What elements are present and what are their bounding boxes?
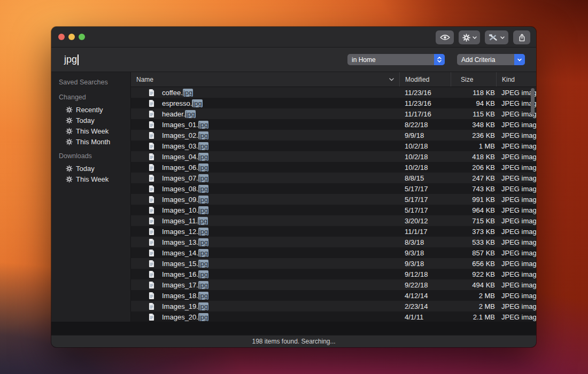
search-query-text: jpg	[64, 54, 77, 65]
smart-folder-gear-icon	[66, 138, 73, 145]
search-match-highlight: jpg	[198, 174, 208, 182]
file-size: 118 KB	[451, 89, 496, 97]
file-name: Images_04.jpg	[162, 153, 399, 161]
file-modified-date: 3/20/12	[399, 217, 451, 225]
table-row[interactable]: Images_14.jpg 9/3/18 857 KB JPEG image	[131, 247, 536, 258]
table-row[interactable]: Images_02.jpg 9/9/18 236 KB JPEG image	[131, 130, 536, 141]
table-row[interactable]: espresso.jpg 11/23/16 94 KB JPEG image	[131, 98, 536, 108]
file-size: 373 KB	[451, 228, 496, 236]
sidebar-item-label: This Month	[76, 138, 110, 146]
table-row[interactable]: Images_12.jpg 11/1/17 373 KB JPEG image	[131, 226, 536, 237]
smart-folder-gear-icon	[66, 165, 73, 172]
table-row[interactable]: Images_08.jpg 5/17/17 743 KB JPEG image	[131, 183, 536, 194]
table-row[interactable]: Images_04.jpg 10/2/18 418 KB JPEG image	[131, 151, 536, 162]
jpeg-file-icon	[131, 260, 162, 267]
zoom-button[interactable]	[79, 34, 85, 40]
sidebar-item[interactable]: Recently	[51, 104, 130, 115]
file-kind: JPEG image	[496, 174, 536, 182]
file-kind: JPEG image	[496, 142, 536, 150]
file-modified-date: 9/9/18	[399, 131, 451, 139]
search-match-highlight: jpg	[198, 228, 208, 236]
search-match-highlight: jpg	[192, 99, 202, 107]
file-modified-date: 11/17/16	[399, 110, 451, 118]
file-list: Name Modified Size Kind coff	[131, 72, 536, 322]
table-row[interactable]: Images_01.jpg 8/22/18 348 KB JPEG image	[131, 119, 536, 130]
search-match-highlight: jpg	[198, 131, 208, 139]
file-kind: JPEG image	[496, 196, 536, 204]
table-row[interactable]: Images_10.jpg 5/17/17 964 KB JPEG image	[131, 205, 536, 215]
file-name: Images_07.jpg	[162, 174, 399, 182]
table-row[interactable]: Images_03.jpg 10/2/18 1 MB JPEG image	[131, 141, 536, 151]
table-row[interactable]: Images_06.jpg 10/2/18 206 KB JPEG image	[131, 162, 536, 173]
file-name: Images_16.jpg	[162, 270, 399, 278]
share-button[interactable]	[513, 30, 530, 44]
file-kind: JPEG image	[496, 99, 536, 107]
column-header-modified[interactable]: Modified	[399, 72, 451, 87]
quick-look-button[interactable]	[436, 30, 454, 44]
search-match-highlight: jpg	[198, 260, 208, 268]
jpeg-file-icon	[131, 89, 162, 96]
file-size: 206 KB	[451, 163, 496, 172]
add-criteria-popup[interactable]: Add Criteria	[457, 54, 525, 65]
search-match-highlight: jpg	[198, 206, 208, 214]
file-kind: JPEG image	[496, 313, 536, 321]
minimize-button[interactable]	[68, 34, 75, 40]
file-size: 2 MB	[451, 302, 496, 310]
finder-search-window: jpg in Home Add Criteria Saved Searches …	[51, 27, 536, 347]
table-row[interactable]: Images_13.jpg 8/3/18 533 KB JPEG image	[131, 237, 536, 247]
jpeg-file-icon	[131, 228, 162, 235]
sidebar-item-label: Today	[76, 116, 95, 124]
table-row[interactable]: Images_18.jpg 4/12/14 2 MB JPEG image	[131, 290, 536, 301]
table-row[interactable]: header.jpg 11/17/16 115 KB JPEG image	[131, 108, 536, 119]
table-header: Name Modified Size Kind	[131, 72, 536, 87]
sidebar-item[interactable]: This Week	[51, 126, 130, 136]
table-row[interactable]: Images_09.jpg 5/17/17 991 KB JPEG image	[131, 194, 536, 205]
text-caret	[78, 54, 79, 65]
jpeg-file-icon	[131, 185, 162, 192]
table-row[interactable]: Images_15.jpg 9/3/18 656 KB JPEG image	[131, 258, 536, 269]
jpeg-file-icon	[131, 132, 162, 139]
sidebar-item[interactable]: This Month	[51, 136, 130, 147]
table-row[interactable]: Images_20.jpg 4/1/11 2.1 MB JPEG image	[131, 311, 536, 322]
action-menu-button[interactable]	[459, 30, 480, 44]
add-criteria-label: Add Criteria	[457, 56, 514, 64]
tools-menu-button[interactable]	[485, 30, 508, 44]
column-header-kind[interactable]: Kind	[496, 72, 536, 87]
table-row[interactable]: Images_07.jpg 8/8/15 247 KB JPEG image	[131, 173, 536, 183]
table-row[interactable]: Images_17.jpg 9/22/18 494 KB JPEG image	[131, 279, 536, 290]
search-input[interactable]: jpg	[64, 54, 79, 65]
sidebar-title: Saved Searches	[51, 79, 130, 86]
smart-folder-gear-icon	[66, 176, 73, 183]
file-kind: JPEG image	[496, 270, 536, 278]
column-header-size[interactable]: Size	[451, 72, 496, 87]
file-modified-date: 11/23/16	[399, 99, 451, 107]
table-row[interactable]: Images_11.jpg 3/20/12 715 KB JPEG image	[131, 215, 536, 226]
file-name: Images_09.jpg	[162, 196, 399, 204]
sidebar-item[interactable]: This Week	[51, 174, 130, 184]
file-name: Images_03.jpg	[162, 142, 399, 150]
table-row[interactable]: Images_19.jpg 2/23/14 2 MB JPEG image	[131, 301, 536, 311]
close-button[interactable]	[58, 34, 65, 40]
file-name: Images_13.jpg	[162, 238, 399, 246]
vertical-scrollbar[interactable]	[531, 88, 535, 115]
table-row[interactable]: coffee.jpg 11/23/16 118 KB JPEG image	[131, 87, 536, 98]
sidebar-item[interactable]: Today	[51, 115, 130, 126]
sidebar-item[interactable]: Today	[51, 163, 130, 174]
file-size: 743 KB	[451, 185, 496, 193]
jpeg-file-icon	[131, 196, 162, 203]
status-text: 198 items found. Searching...	[252, 338, 335, 345]
column-header-name[interactable]: Name	[131, 72, 399, 87]
jpeg-file-icon	[131, 164, 162, 171]
jpeg-file-icon	[131, 153, 162, 160]
file-kind: JPEG image	[496, 121, 536, 129]
file-name: Images_10.jpg	[162, 206, 399, 214]
search-match-highlight: jpg	[198, 153, 208, 161]
search-match-highlight: jpg	[198, 163, 208, 172]
table-row[interactable]: Images_16.jpg 9/12/18 922 KB JPEG image	[131, 269, 536, 279]
search-match-highlight: jpg	[198, 185, 208, 193]
search-scope-popup[interactable]: in Home	[347, 54, 445, 65]
file-size: 2.1 MB	[451, 313, 496, 321]
jpeg-file-icon	[131, 314, 162, 321]
traffic-lights	[58, 34, 85, 40]
file-name: Images_01.jpg	[162, 121, 399, 129]
